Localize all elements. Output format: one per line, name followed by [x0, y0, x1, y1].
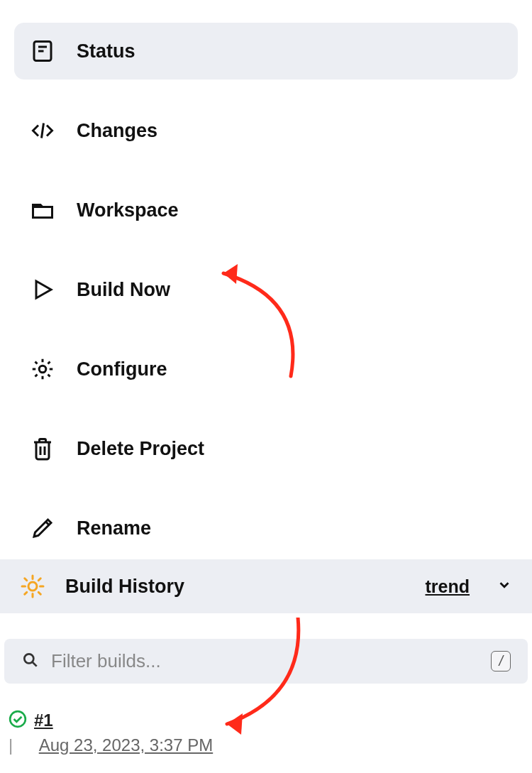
svg-point-6	[39, 366, 46, 373]
build-row[interactable]: #1 | Aug 23, 2023, 3:37 PM	[0, 703, 532, 762]
sidebar-item-workspace[interactable]: Workspace	[14, 182, 518, 239]
svg-point-10	[28, 582, 37, 591]
svg-point-19	[24, 654, 33, 663]
svg-marker-5	[36, 281, 51, 298]
sidebar-item-status[interactable]: Status	[14, 23, 518, 80]
search-icon	[21, 651, 40, 672]
nav-label: Build Now	[77, 279, 170, 301]
nav-label: Configure	[77, 358, 167, 380]
folder-icon	[30, 197, 55, 223]
code-icon	[30, 118, 55, 143]
svg-line-16	[38, 592, 40, 594]
build-history-title: Build History	[65, 576, 406, 598]
success-icon	[9, 710, 27, 731]
sidebar-item-rename[interactable]: Rename	[14, 500, 518, 557]
sidebar-item-delete-project[interactable]: Delete Project	[14, 420, 518, 477]
filter-builds-bar[interactable]: /	[4, 639, 528, 684]
play-icon	[30, 277, 55, 302]
svg-line-20	[33, 662, 37, 666]
nav-label: Status	[77, 40, 135, 62]
chevron-down-icon[interactable]	[497, 577, 512, 596]
sun-icon	[20, 574, 45, 599]
pencil-icon	[30, 515, 55, 541]
nav-label: Changes	[77, 120, 157, 142]
nav-label: Delete Project	[77, 438, 204, 460]
svg-line-9	[46, 522, 50, 525]
nav-label: Rename	[77, 517, 151, 539]
filter-builds-input[interactable]	[51, 650, 480, 672]
divider: |	[9, 735, 13, 755]
gear-icon	[30, 356, 55, 382]
sidebar: Status Changes Workspace Build Now Confi…	[0, 0, 532, 557]
svg-line-15	[25, 579, 27, 581]
trend-link[interactable]: trend	[426, 576, 470, 597]
sidebar-item-changes[interactable]: Changes	[14, 102, 518, 159]
svg-line-3	[42, 124, 44, 138]
kbd-shortcut-hint: /	[491, 651, 511, 671]
build-number-link[interactable]: #1	[34, 711, 53, 730]
nav-label: Workspace	[77, 199, 179, 221]
status-icon	[30, 38, 55, 64]
sidebar-item-configure[interactable]: Configure	[14, 341, 518, 398]
build-date-link[interactable]: Aug 23, 2023, 3:37 PM	[39, 735, 214, 755]
build-history-header: Build History trend	[0, 559, 532, 613]
svg-line-17	[38, 579, 40, 581]
svg-point-21	[10, 711, 26, 727]
sidebar-item-build-now[interactable]: Build Now	[14, 261, 518, 318]
svg-line-18	[25, 592, 27, 594]
trash-icon	[30, 436, 55, 461]
